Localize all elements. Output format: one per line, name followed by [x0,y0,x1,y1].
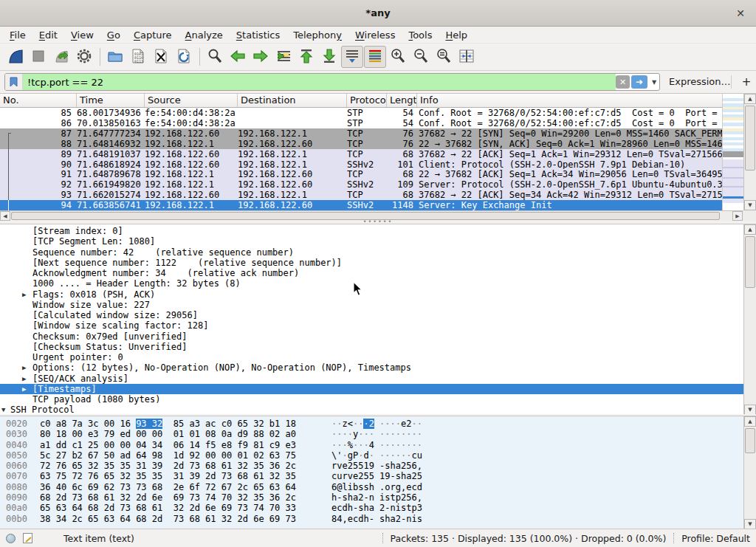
detail-line[interactable]: [Next sequence number: 1122 (relative se… [0,258,743,268]
scroll-right-icon[interactable]: ▶ [732,211,743,221]
packet-row-88[interactable]: 8871.648146932192.168.122.1192.168.122.6… [0,139,722,149]
hex-row-00b0[interactable]: 00b038 34 2c 65 63 64 68 2d 73 68 61 32 … [0,514,743,524]
hex-row-0090[interactable]: 009068 2d 73 68 61 32 2d 6e 69 73 74 70 … [0,492,743,503]
close-file-button[interactable] [150,46,172,68]
resize-columns-button[interactable] [456,46,478,68]
menu-wireless[interactable]: Wireless [348,28,402,42]
go-back-button[interactable] [227,46,249,68]
scroll-down-icon[interactable]: ▼ [744,200,756,210]
hex-row-0080[interactable]: 008036 40 6c 69 62 73 73 68 2e 6f 72 67 … [0,482,743,492]
packet-row-85[interactable]: 8568.001734936fe:54:00:d4:38:2aSTP54Conf… [0,108,722,118]
menu-analyze[interactable]: Analyze [179,28,230,42]
scroll-up-icon[interactable]: ▲ [744,224,756,235]
detail-line[interactable]: [Checksum Status: Unverified] [0,342,743,352]
clear-filter-button[interactable]: ✕ [616,75,630,89]
menu-telephony[interactable]: Telephony [286,28,348,42]
expand-icon[interactable]: ▶ [22,289,26,300]
detail-line[interactable]: ▼SSH Protocol [0,405,743,414]
expand-icon[interactable]: ▶ [22,384,26,394]
filter-history-dropdown-icon[interactable]: ▼ [649,79,659,86]
scrollbar-thumb[interactable] [745,106,755,171]
auto-scroll-button[interactable] [341,46,363,68]
packet-row-93[interactable]: 9371.662015274192.168.122.60192.168.122.… [0,190,722,200]
filter-bookmark-icon[interactable] [5,74,23,90]
menu-view[interactable]: View [64,28,100,42]
expert-info-icon[interactable] [6,534,16,543]
filter-text[interactable]: !tcp.port == 22 [23,74,616,90]
menu-capture[interactable]: Capture [127,28,179,42]
detail-line[interactable]: 1000 .... = Header Length: 32 bytes (8) [0,278,743,289]
packet-list-vertical-scrollbar[interactable]: ▲ ▼ [743,94,756,210]
menu-tools[interactable]: Tools [402,28,439,42]
menu-file[interactable]: File [3,28,32,42]
close-window-icon[interactable]: ✕ [734,7,747,20]
packet-row-91[interactable]: 9171.648789678192.168.122.1192.168.122.6… [0,169,722,179]
detail-line[interactable]: ▶[Timestamps] [0,384,743,394]
packet-row-94[interactable]: 9471.663856741192.168.122.1192.168.122.6… [0,200,722,210]
capture-options-button[interactable] [73,46,95,68]
hex-row-0040[interactable]: 0040a1 dd c1 25 00 00 04 34 06 14 f5 e8 … [0,440,743,450]
menu-help[interactable]: Help [439,28,474,42]
capture-comment-icon[interactable] [23,533,32,543]
column-header-protocol[interactable]: Protocol [347,94,387,107]
stop-capture-button[interactable] [27,46,49,68]
apply-filter-button[interactable]: ➜ [631,75,647,89]
expand-icon[interactable]: ▶ [22,362,26,373]
profile-button[interactable]: Profile: Default [681,533,750,544]
packet-row-89[interactable]: 8971.648191037192.168.122.60192.168.122.… [0,149,722,159]
hex-row-0070[interactable]: 007063 75 72 76 65 32 35 35 31 39 2d 73 … [0,471,743,481]
detail-line[interactable]: Acknowledgment number: 34 (relative ack … [0,268,743,278]
hex-row-00a0[interactable]: 00a065 63 64 68 2d 73 68 61 32 2d 6e 69 … [0,503,743,513]
column-header-destination[interactable]: Destination [238,94,347,107]
scroll-left-icon[interactable]: ◀ [0,211,10,221]
go-first-button[interactable] [295,46,317,68]
detail-line[interactable]: ▶[SEQ/ACK analysis] [0,374,743,384]
detail-line[interactable]: TCP payload (1080 bytes) [0,394,743,405]
hex-dump[interactable]: 0020c0 a8 7a 3c 00 16 93 32 85 a3 ac c0 … [0,419,743,524]
detail-line[interactable]: [Stream index: 0] [0,226,743,236]
scroll-down-icon[interactable]: ▼ [744,405,756,414]
scroll-down-icon[interactable]: ▼ [744,519,756,529]
column-header-length[interactable]: Length [387,94,417,107]
add-filter-button[interactable]: + [740,73,753,91]
packet-row-90[interactable]: 9071.648618924192.168.122.60192.168.122.… [0,159,722,170]
zoom-original-button[interactable] [433,46,455,68]
detail-line[interactable]: Checksum: 0x79ed [unverified] [0,331,743,342]
bytes-vertical-scrollbar[interactable]: ▲ ▼ [743,416,756,529]
detail-line[interactable]: ▶Options: (12 bytes), No-Operation (NOP)… [0,362,743,373]
display-filter-input[interactable]: !tcp.port == 22 ✕ ➜ ▼ [4,73,660,91]
collapse-icon[interactable]: ▼ [1,405,5,414]
expression-button[interactable]: Expression… [669,76,731,87]
packet-row-86[interactable]: 8670.013850163fe:54:00:d4:38:2aSTP54Conf… [0,118,722,128]
detail-line[interactable]: [Window size scaling factor: 128] [0,320,743,331]
hex-row-0020[interactable]: 0020c0 a8 7a 3c 00 16 93 32 85 a3 ac c0 … [0,419,743,429]
open-file-button[interactable] [104,46,126,68]
reload-file-button[interactable] [173,46,195,68]
zoom-out-button[interactable] [410,46,432,68]
go-to-packet-button[interactable] [272,46,295,68]
column-header-time[interactable]: Time [77,94,145,107]
detail-line[interactable]: Urgent pointer: 0 [0,352,743,362]
intelligent-scrollbar-minimap[interactable] [722,94,743,210]
find-packet-button[interactable] [204,46,226,68]
column-header-no[interactable]: No. [0,94,77,107]
detail-line[interactable]: [Calculated window size: 29056] [0,310,743,320]
detail-line[interactable]: [TCP Segment Len: 1080] [0,236,743,247]
colorize-button[interactable] [364,46,386,68]
scrollbar-thumb[interactable] [745,428,755,453]
details-vertical-scrollbar[interactable]: ▲ ▼ [743,224,756,414]
detail-line[interactable]: Window size value: 227 [0,300,743,310]
detail-line[interactable]: ▶Flags: 0x018 (PSH, ACK) [0,289,743,300]
save-file-button[interactable]: 010101100113 [127,46,149,68]
zoom-in-button[interactable] [387,46,409,68]
go-forward-button[interactable] [250,46,272,68]
hex-row-0030[interactable]: 003080 18 00 e3 79 ed 00 00 01 01 08 0a … [0,429,743,439]
menu-go[interactable]: Go [100,28,127,42]
hex-row-0060[interactable]: 006072 76 65 32 35 35 31 39 2d 73 68 61 … [0,461,743,471]
expand-icon[interactable]: ▶ [22,374,26,384]
column-header-info[interactable]: Info [417,94,743,107]
column-header-source[interactable]: Source [145,94,238,107]
scroll-up-icon[interactable]: ▲ [744,416,756,427]
scroll-up-icon[interactable]: ▲ [744,94,756,104]
start-capture-button[interactable] [4,46,27,68]
